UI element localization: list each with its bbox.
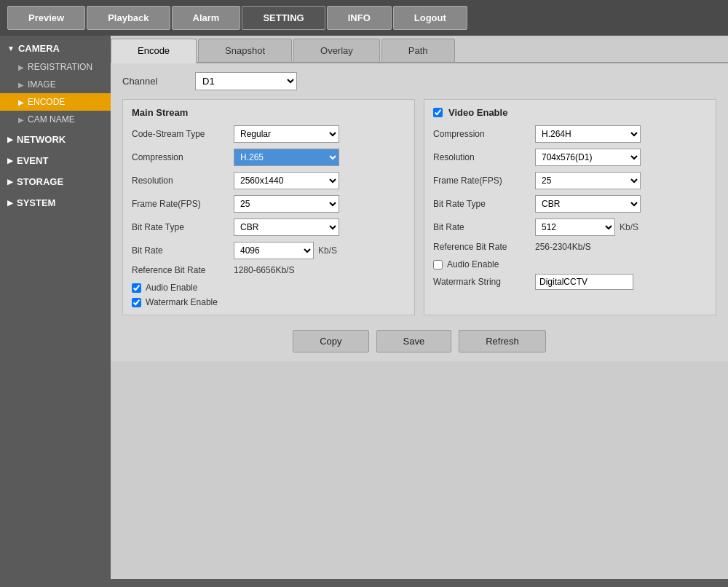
- main-watermark-checkbox[interactable]: [132, 298, 141, 307]
- main-stream-title-text: Main Stream: [132, 107, 188, 118]
- storage-arrow-icon: ▶: [7, 178, 13, 186]
- main-ref-bit-rate-value: 1280-6656Kb/S: [234, 265, 294, 275]
- main-ref-bit-rate-row: Reference Bit Rate 1280-6656Kb/S: [132, 265, 405, 275]
- nav-preview[interactable]: Preview: [7, 6, 85, 30]
- sidebar-camera-label: CAMERA: [18, 43, 60, 54]
- sidebar-header-network[interactable]: ▶ NETWORK: [0, 130, 111, 149]
- sidebar-section-camera: ▼ CAMERA ▶ REGISTRATION ▶ IMAGE ▶ ENCODE…: [0, 39, 111, 128]
- sidebar-cam-name-label: CAM NAME: [28, 114, 75, 125]
- camera-arrow-icon: ▼: [7, 44, 15, 52]
- main-code-stream-label: Code-Stream Type: [132, 129, 234, 139]
- tab-overlay[interactable]: Overlay: [293, 39, 380, 62]
- sub-frame-rate-label: Frame Rate(FPS): [433, 176, 535, 186]
- streams-container: Main Stream Code-Stream Type Regular Exp…: [122, 99, 716, 315]
- sub-bit-rate-type-row: Bit Rate Type CBR VBR: [433, 195, 707, 213]
- tab-path[interactable]: Path: [381, 39, 455, 62]
- sub-frame-rate-row: Frame Rate(FPS) 25 15 10: [433, 172, 707, 189]
- sidebar-registration-label: REGISTRATION: [28, 62, 92, 72]
- image-arrow-icon: ▶: [18, 81, 24, 89]
- sub-compression-label: Compression: [433, 129, 535, 139]
- main-resolution-select[interactable]: 2560x1440 1920x1080 1280x720: [234, 172, 339, 189]
- sub-bit-rate-type-select[interactable]: CBR VBR: [535, 195, 641, 213]
- main-stream-title: Main Stream: [132, 107, 405, 118]
- sub-bit-rate-row: Bit Rate 512 256 1024 Kb/S: [433, 218, 707, 236]
- sub-bit-rate-unit: Kb/S: [620, 222, 638, 232]
- nav-playback[interactable]: Playback: [87, 6, 170, 30]
- sub-ref-bit-rate-value: 256-2304Kb/S: [535, 242, 591, 252]
- sidebar-section-network: ▶ NETWORK: [0, 130, 111, 149]
- sidebar-item-encode[interactable]: ▶ ENCODE: [0, 93, 111, 111]
- main-ref-bit-rate-label: Reference Bit Rate: [132, 265, 234, 275]
- main-code-stream-select[interactable]: Regular Expert: [234, 125, 339, 143]
- sub-frame-rate-select[interactable]: 25 15 10: [535, 172, 641, 189]
- nav-setting[interactable]: SETTING: [242, 6, 325, 30]
- sub-compression-row: Compression H.264 H.264H H.265: [433, 125, 707, 143]
- sub-bit-rate-select[interactable]: 512 256 1024: [535, 218, 615, 236]
- main-layout: ▼ CAMERA ▶ REGISTRATION ▶ IMAGE ▶ ENCODE…: [0, 36, 728, 579]
- nav-logout[interactable]: Logout: [393, 6, 467, 30]
- sidebar-item-image[interactable]: ▶ IMAGE: [0, 76, 111, 93]
- sub-audio-label: Audio Enable: [447, 259, 499, 269]
- nav-info[interactable]: INFO: [327, 6, 392, 30]
- main-bit-rate-type-label: Bit Rate Type: [132, 222, 234, 232]
- sub-resolution-select[interactable]: 704x576(D1) 352x288(CIF): [535, 149, 641, 166]
- sidebar-header-event[interactable]: ▶ EVENT: [0, 151, 111, 170]
- main-resolution-label: Resolution: [132, 176, 234, 186]
- sub-watermark-string-label: Watermark String: [433, 277, 535, 287]
- encode-panel: Channel D1 D2 D3 D4 Main Stream Code-Str…: [111, 63, 728, 361]
- sub-audio-enable-row: Audio Enable: [433, 259, 707, 269]
- sidebar-header-system[interactable]: ▶ SYSTEM: [0, 193, 111, 213]
- main-bit-rate-label: Bit Rate: [132, 245, 234, 256]
- channel-select[interactable]: D1 D2 D3 D4: [195, 72, 297, 90]
- main-watermark-row: Watermark Enable: [132, 297, 405, 307]
- sidebar-image-label: IMAGE: [28, 79, 56, 90]
- sub-watermark-row: Watermark String: [433, 274, 707, 290]
- sidebar-section-event: ▶ EVENT: [0, 151, 111, 170]
- main-resolution-row: Resolution 2560x1440 1920x1080 1280x720: [132, 172, 405, 189]
- main-frame-rate-select[interactable]: 25 30 15: [234, 195, 339, 213]
- sidebar: ▼ CAMERA ▶ REGISTRATION ▶ IMAGE ▶ ENCODE…: [0, 36, 111, 579]
- sidebar-section-storage: ▶ STORAGE: [0, 172, 111, 192]
- main-audio-enable-row: Audio Enable: [132, 283, 405, 293]
- main-audio-checkbox[interactable]: [132, 283, 141, 293]
- tab-encode[interactable]: Encode: [111, 39, 197, 63]
- sub-ref-bit-rate-row: Reference Bit Rate 256-2304Kb/S: [433, 242, 707, 252]
- tab-snapshot[interactable]: Snapshot: [198, 39, 292, 62]
- sub-bit-rate-label: Bit Rate: [433, 222, 535, 232]
- main-frame-rate-label: Frame Rate(FPS): [132, 199, 234, 209]
- main-compression-select[interactable]: H.264 H.265 H.264H H.264B: [234, 149, 339, 166]
- sub-ref-bit-rate-label: Reference Bit Rate: [433, 242, 535, 252]
- save-button[interactable]: Save: [376, 330, 452, 352]
- sub-audio-checkbox[interactable]: [433, 260, 443, 269]
- button-row: Copy Save Refresh: [122, 330, 716, 352]
- main-bit-rate-type-row: Bit Rate Type CBR VBR: [132, 218, 405, 236]
- sidebar-storage-label: STORAGE: [17, 176, 63, 187]
- tab-bar: Encode Snapshot Overlay Path: [111, 36, 728, 63]
- sidebar-item-cam-name[interactable]: ▶ CAM NAME: [0, 111, 111, 128]
- main-bit-rate-unit: Kb/S: [318, 245, 337, 256]
- main-watermark-label: Watermark Enable: [146, 297, 218, 307]
- main-audio-label: Audio Enable: [146, 283, 197, 293]
- cam-name-arrow-icon: ▶: [18, 116, 24, 124]
- sidebar-item-registration[interactable]: ▶ REGISTRATION: [0, 58, 111, 76]
- sub-video-enable-checkbox[interactable]: [433, 108, 443, 117]
- sub-compression-select[interactable]: H.264 H.264H H.265: [535, 125, 641, 143]
- refresh-button[interactable]: Refresh: [459, 330, 546, 352]
- sidebar-header-camera[interactable]: ▼ CAMERA: [0, 39, 111, 58]
- top-nav: Preview Playback Alarm SETTING INFO Logo…: [0, 0, 728, 36]
- main-watermark-label-container: Watermark Enable: [132, 297, 234, 307]
- registration-arrow-icon: ▶: [18, 63, 24, 71]
- sub-bit-rate-type-label: Bit Rate Type: [433, 199, 535, 209]
- nav-alarm[interactable]: Alarm: [172, 6, 241, 30]
- system-arrow-icon: ▶: [7, 199, 13, 207]
- main-bit-rate-select[interactable]: 4096 2048 8192: [234, 242, 314, 259]
- sidebar-encode-label: ENCODE: [28, 97, 65, 107]
- sub-stream-box: Video Enable Compression H.264 H.264H H.…: [424, 99, 716, 315]
- main-compression-row: Compression H.264 H.265 H.264H H.264B: [132, 149, 405, 166]
- sidebar-network-label: NETWORK: [17, 134, 66, 145]
- sub-watermark-string-input[interactable]: [535, 274, 633, 290]
- copy-button[interactable]: Copy: [293, 330, 368, 352]
- main-bit-rate-type-select[interactable]: CBR VBR: [234, 218, 339, 236]
- sidebar-header-storage[interactable]: ▶ STORAGE: [0, 172, 111, 192]
- sidebar-section-system: ▶ SYSTEM: [0, 193, 111, 213]
